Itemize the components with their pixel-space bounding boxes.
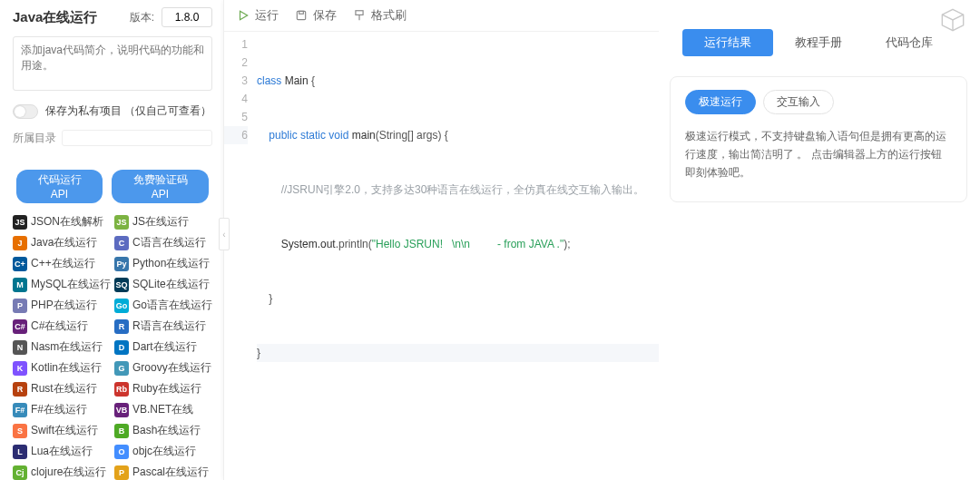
lang-item[interactable]: GoGo语言在线运行 (114, 298, 212, 313)
description-input[interactable] (13, 36, 212, 91)
lang-label: Python在线运行 (132, 256, 210, 271)
lang-item[interactable]: GGroovy在线运行 (114, 360, 212, 376)
lang-item[interactable]: NNasm在线运行 (13, 339, 111, 355)
lang-item[interactable]: CC语言在线运行 (114, 235, 212, 250)
private-toggle[interactable] (13, 104, 38, 119)
lang-item[interactable]: LLua在线运行 (13, 444, 111, 459)
lang-icon: R (114, 319, 129, 334)
lang-icon: R (13, 382, 27, 397)
lang-label: Lua在线运行 (31, 444, 93, 459)
api-pill-row: 代码运行API 免费验证码API (13, 170, 212, 203)
result-text: 极速运行模式，不支持键盘输入语句但是拥有更高的运行速度，输出简洁明了 。 点击编… (685, 127, 952, 181)
lang-icon: L (13, 445, 27, 459)
version-label: 版本: (130, 10, 154, 25)
lang-icon: D (114, 340, 129, 355)
collapse-handle[interactable]: ‹ (219, 218, 230, 250)
lang-item[interactable]: SQSQLite在线运行 (114, 277, 212, 292)
lang-icon: O (114, 445, 129, 459)
lang-label: PHP在线运行 (31, 298, 97, 313)
lang-item[interactable]: DDart在线运行 (114, 339, 212, 355)
tab-repo[interactable]: 代码仓库 (864, 29, 955, 56)
lang-label: MySQL在线运行 (31, 277, 111, 292)
private-row: 保存为私有项目 （仅自己可查看） (13, 103, 212, 119)
lang-icon: C (114, 236, 129, 250)
tab-result[interactable]: 运行结果 (682, 29, 773, 56)
lang-icon: Py (114, 257, 129, 271)
lang-label: C#在线运行 (31, 318, 88, 334)
editor-panel: ‹ 运行 保存 格式刷 123456 class Main { public s… (223, 0, 659, 480)
lang-item[interactable]: KKotlin在线运行 (13, 360, 111, 376)
play-icon (237, 9, 250, 22)
svg-rect-3 (356, 11, 363, 15)
lang-label: R语言在线运行 (132, 318, 206, 334)
save-button-label: 保存 (313, 7, 337, 24)
code-editor[interactable]: 123456 class Main { public static void m… (224, 32, 659, 398)
lang-icon: J (13, 236, 27, 250)
lang-icon: S (13, 424, 27, 438)
captcha-api-pill[interactable]: 免费验证码API (112, 170, 209, 203)
lang-icon: M (13, 278, 27, 292)
lang-item[interactable]: PPHP在线运行 (13, 298, 111, 313)
directory-input[interactable] (62, 130, 212, 146)
subtab-fast[interactable]: 极速运行 (685, 90, 756, 114)
line-gutter: 123456 (224, 35, 257, 398)
lang-icon: C+ (13, 257, 27, 271)
page-title: Java在线运行 (13, 9, 122, 26)
code-area[interactable]: class Main { public static void main(Str… (257, 35, 659, 398)
svg-rect-1 (297, 11, 305, 19)
lang-item[interactable]: PyPython在线运行 (114, 256, 212, 271)
run-button[interactable]: 运行 (237, 7, 279, 24)
lang-item[interactable]: Cjclojure在线运行 (13, 465, 111, 480)
lang-label: Nasm在线运行 (31, 339, 103, 355)
lang-item[interactable]: JSJSON在线解析 (13, 214, 111, 230)
run-api-pill[interactable]: 代码运行API (16, 170, 103, 203)
lang-label: Rust在线运行 (31, 381, 97, 397)
lang-item[interactable]: Oobjc在线运行 (114, 444, 212, 459)
format-icon (353, 9, 366, 22)
directory-row: 所属目录 (13, 130, 212, 146)
subtab-interactive[interactable]: 交互输入 (763, 90, 834, 114)
lang-item[interactable]: JSJS在线运行 (114, 214, 212, 230)
lang-item[interactable]: RR语言在线运行 (114, 318, 212, 334)
lang-label: C++在线运行 (31, 256, 95, 271)
run-button-label: 运行 (255, 7, 279, 24)
svg-marker-0 (240, 11, 248, 19)
tab-manual[interactable]: 教程手册 (773, 29, 864, 56)
lang-label: Ruby在线运行 (132, 381, 201, 397)
lang-item[interactable]: RRust在线运行 (13, 381, 111, 397)
lang-item[interactable]: RbRuby在线运行 (114, 381, 212, 397)
version-select[interactable] (162, 7, 212, 27)
format-button[interactable]: 格式刷 (353, 7, 407, 24)
lang-item[interactable]: JJava在线运行 (13, 235, 111, 250)
lang-icon: G (114, 361, 129, 376)
sub-tabs: 极速运行 交互输入 (685, 90, 952, 114)
lang-icon: JS (114, 215, 129, 230)
lang-item[interactable]: C#C#在线运行 (13, 318, 111, 334)
lang-item[interactable]: PPascal在线运行 (114, 465, 212, 480)
lang-label: Pascal在线运行 (132, 465, 209, 480)
save-button[interactable]: 保存 (295, 7, 337, 24)
directory-label: 所属目录 (13, 131, 56, 146)
lang-item[interactable]: C+C++在线运行 (13, 256, 111, 271)
lang-label: VB.NET在线 (132, 402, 193, 417)
lang-icon: P (13, 299, 27, 313)
lang-icon: K (13, 361, 27, 376)
save-icon (295, 9, 308, 22)
lang-label: Swift在线运行 (31, 423, 98, 438)
lang-icon: SQ (114, 278, 129, 292)
lang-item[interactable]: MMySQL在线运行 (13, 277, 111, 292)
logo-icon (940, 7, 965, 33)
lang-label: SQLite在线运行 (132, 277, 210, 292)
format-button-label: 格式刷 (371, 7, 407, 24)
lang-item[interactable]: VBVB.NET在线 (114, 402, 212, 417)
lang-label: Bash在线运行 (132, 423, 201, 438)
lang-label: Java在线运行 (31, 235, 97, 250)
lang-label: C语言在线运行 (132, 235, 206, 250)
left-panel: Java在线运行 版本: 保存为私有项目 （仅自己可查看） 所属目录 代码运行A… (0, 0, 223, 480)
lang-item[interactable]: F#F#在线运行 (13, 402, 111, 417)
editor-toolbar: 运行 保存 格式刷 (224, 0, 659, 32)
lang-icon: P (114, 465, 129, 480)
lang-item[interactable]: SSwift在线运行 (13, 423, 111, 438)
lang-item[interactable]: BBash在线运行 (114, 423, 212, 438)
lang-label: clojure在线运行 (31, 465, 106, 480)
